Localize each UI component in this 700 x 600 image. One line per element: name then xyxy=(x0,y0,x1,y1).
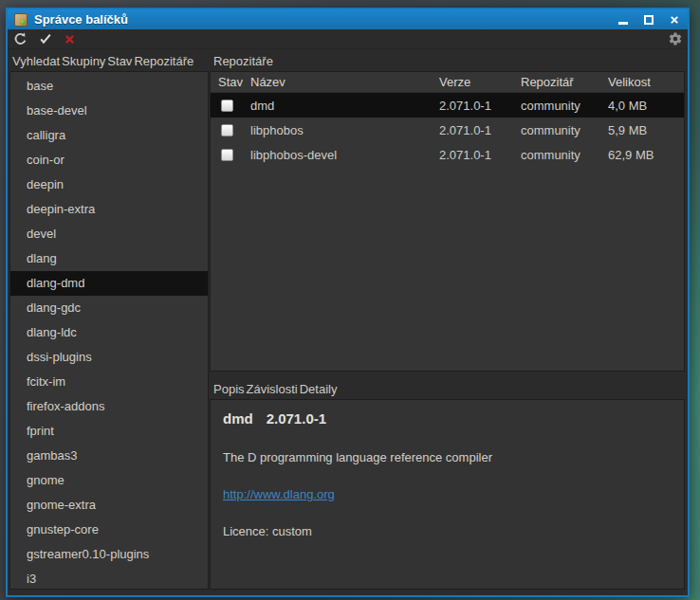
group-item[interactable]: gnustep-core xyxy=(10,518,208,542)
window-controls: × xyxy=(617,13,681,27)
group-label: dlang-ldc xyxy=(27,325,77,339)
tab-repositories[interactable]: Repozitáře xyxy=(133,52,194,70)
table-row[interactable]: libphobos-devel 2.071.0-1 community 62,9… xyxy=(211,142,684,167)
cell-version: 2.071.0-1 xyxy=(439,123,521,137)
group-item[interactable]: gstreamer0.10-plugins xyxy=(10,542,208,567)
cell-size: 62,9 MB xyxy=(608,148,684,162)
package-details-panel: dmd2.071.0-1 The D programming language … xyxy=(210,399,685,590)
apply-button[interactable] xyxy=(37,31,53,47)
row-checkbox[interactable] xyxy=(221,124,233,136)
group-label: dlang-dmd xyxy=(27,276,84,290)
package-url-link[interactable]: http://www.dlang.org xyxy=(223,487,335,501)
column-header-version[interactable]: Verze xyxy=(439,75,521,89)
group-item[interactable]: calligra xyxy=(10,123,208,148)
group-item[interactable]: base xyxy=(10,74,208,99)
group-item[interactable]: dlang-gdc xyxy=(10,296,208,320)
table-row[interactable]: dmd 2.071.0-1 community 4,0 MB xyxy=(211,93,684,118)
group-item[interactable]: base-devel xyxy=(10,99,208,123)
close-button[interactable]: × xyxy=(668,13,681,27)
cell-repository: community xyxy=(521,123,608,137)
column-header-state[interactable]: Stav xyxy=(218,75,250,89)
package-licence: Licence: custom xyxy=(223,524,672,538)
tab-search[interactable]: Vyhledat xyxy=(11,52,61,70)
maximize-button[interactable] xyxy=(642,13,655,27)
group-label: dlang-gdc xyxy=(27,300,81,315)
cancel-x-icon xyxy=(64,34,75,45)
column-header-size[interactable]: Velikost xyxy=(608,75,684,89)
group-item[interactable]: gnome xyxy=(10,468,208,493)
group-label: firefox-addons xyxy=(27,399,104,413)
group-item[interactable]: deepin-extra xyxy=(10,197,208,222)
tab-details[interactable]: Detaily xyxy=(299,380,339,398)
refresh-icon xyxy=(13,32,28,46)
group-item[interactable]: firefox-addons xyxy=(10,394,208,419)
group-label: deepin xyxy=(27,177,64,191)
package-name: dmd xyxy=(223,410,253,427)
row-checkbox[interactable] xyxy=(221,149,233,161)
group-label: dlang xyxy=(27,251,57,265)
close-icon: × xyxy=(671,13,679,27)
cell-size: 4,0 MB xyxy=(608,99,684,113)
group-item[interactable]: gnome-extra xyxy=(10,493,208,518)
group-label: gnustep-core xyxy=(27,522,99,536)
cell-size: 5,9 MB xyxy=(608,123,684,137)
group-label: base xyxy=(27,79,53,93)
tab-groups[interactable]: Skupiny xyxy=(61,52,106,70)
toolbar xyxy=(8,29,688,49)
group-item[interactable]: i3 xyxy=(10,567,208,590)
package-table: Stav Název Verze Repozitář Velikost dmd … xyxy=(210,71,685,372)
window-title: Správce balíčků xyxy=(34,12,128,27)
tab-repositare[interactable]: Repozitáře xyxy=(212,52,274,70)
settings-button[interactable] xyxy=(667,31,683,47)
group-item[interactable]: fcitx-im xyxy=(10,370,208,394)
cell-name: dmd xyxy=(250,99,439,113)
package-manager-window: Správce balíčků × xyxy=(6,8,690,597)
package-version: 2.071.0-1 xyxy=(267,410,326,427)
group-label: fprint xyxy=(27,424,54,438)
group-label: i3 xyxy=(27,572,36,586)
titlebar[interactable]: Správce balíčků × xyxy=(8,9,688,29)
group-item[interactable]: coin-or xyxy=(10,148,208,173)
cell-version: 2.071.0-1 xyxy=(439,148,521,162)
cell-state xyxy=(218,149,250,161)
group-item[interactable]: dlang xyxy=(10,246,208,271)
check-icon xyxy=(39,32,52,45)
table-header: Stav Název Verze Repozitář Velikost xyxy=(211,72,684,93)
app-icon[interactable] xyxy=(14,13,28,27)
main-area: Vyhledat Skupiny Stav Repozitáře basebas… xyxy=(8,49,688,595)
cell-repository: community xyxy=(521,99,608,113)
minimize-icon xyxy=(618,22,628,25)
group-label: base-devel xyxy=(27,103,87,118)
column-header-repository[interactable]: Repozitář xyxy=(521,75,608,89)
cell-repository: community xyxy=(521,148,608,162)
group-item[interactable]: devel xyxy=(10,222,208,246)
cell-version: 2.071.0-1 xyxy=(439,99,521,113)
refresh-button[interactable] xyxy=(12,31,28,47)
group-item[interactable]: dlang-ldc xyxy=(10,320,208,345)
tab-status[interactable]: Stav xyxy=(106,52,133,70)
desktop: { "window": { "title": "Správce balíčků"… xyxy=(0,0,700,600)
detail-tab-bar: Popis Závislosti Detaily xyxy=(212,379,338,398)
cell-name: libphobos-devel xyxy=(250,148,439,162)
group-label: gstreamer0.10-plugins xyxy=(27,547,149,561)
cancel-button[interactable] xyxy=(62,31,78,47)
table-row[interactable]: libphobos 2.071.0-1 community 5,9 MB xyxy=(211,118,684,142)
group-label: devel xyxy=(27,227,56,241)
column-header-name[interactable]: Název xyxy=(250,75,439,89)
group-item[interactable]: dlang-dmd xyxy=(10,271,208,296)
row-checkbox[interactable] xyxy=(221,100,233,112)
group-list: basebase-develcalligracoin-ordeepindeepi… xyxy=(9,71,209,590)
tab-description[interactable]: Popis xyxy=(212,380,246,398)
group-item[interactable]: dssi-plugins xyxy=(10,345,208,370)
group-label: deepin-extra xyxy=(27,202,95,216)
repo-tab-bar: Repozitáře xyxy=(212,51,274,70)
group-item[interactable]: fprint xyxy=(10,419,208,444)
left-tab-bar: Vyhledat Skupiny Stav Repozitáře xyxy=(11,51,194,70)
group-item[interactable]: gambas3 xyxy=(10,444,208,468)
maximize-icon xyxy=(644,15,654,25)
minimize-button[interactable] xyxy=(617,13,630,27)
tab-dependencies[interactable]: Závislosti xyxy=(246,380,299,398)
cell-state xyxy=(218,100,250,112)
group-label: calligra xyxy=(27,128,65,142)
group-item[interactable]: deepin xyxy=(10,173,208,197)
